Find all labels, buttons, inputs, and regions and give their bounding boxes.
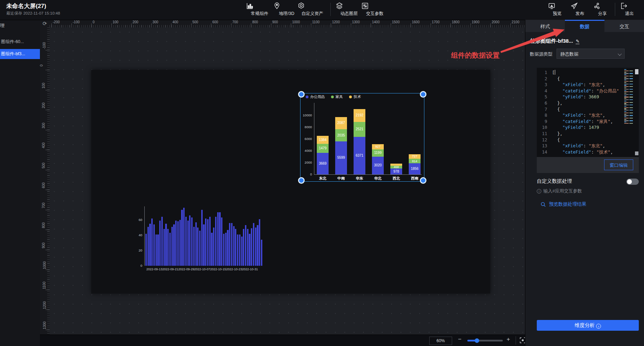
ruler-label: 800	[42, 222, 45, 228]
toolbar-item-geo3d[interactable]: 地理/3D	[273, 2, 300, 17]
tab-style[interactable]: 样式	[525, 20, 565, 32]
chevron-down-icon	[618, 52, 621, 56]
chart-legend: 办公用品家具技术	[306, 94, 361, 99]
tab-data[interactable]: 数据	[565, 20, 604, 32]
toolbar-item-dynamic-layers[interactable]: 动态图层	[335, 2, 363, 17]
vertical-ruler: -100010020030040050060070080090010001100…	[40, 27, 50, 335]
share-button[interactable]: 分享	[593, 2, 612, 17]
page-title: 未命名大屏(27)	[6, 2, 46, 10]
selected-component-frame[interactable]	[300, 93, 424, 182]
legend-dot	[349, 96, 352, 98]
custom-data-process-label: 自定义数据处理	[537, 178, 572, 184]
last-saved-text: 最近保存 2022-11-07 15:10:48	[6, 11, 60, 16]
ruler-label: 200	[42, 102, 45, 108]
top-header: 未命名大屏(27) 最近保存 2022-11-07 15:10:48 常规组件 …	[0, 0, 644, 20]
ruler-label: 1100	[312, 20, 320, 24]
ruler-label: 300	[153, 20, 159, 24]
window-edit-button[interactable]: 窗口编辑	[604, 159, 633, 170]
ruler-label: 1500	[392, 20, 400, 24]
ruler-label: 1300	[43, 321, 46, 329]
zoom-slider-handle[interactable]	[475, 338, 479, 343]
edit-name-icon[interactable]: ✎	[576, 39, 579, 44]
layer-sidebar: 理 图组件-60... 图组件-bf3...	[0, 20, 40, 346]
legend-item[interactable]: 家具	[331, 94, 343, 99]
resize-handle-top-left[interactable]	[298, 91, 305, 98]
ruler-label: 1700	[432, 20, 440, 24]
editor-scrollbar-thumb[interactable]	[635, 69, 638, 74]
tab-interaction[interactable]: 交互	[604, 20, 644, 32]
code-line: 11 },	[537, 131, 639, 137]
code-line: 13 "xField": "东北",	[537, 143, 639, 149]
code-line: 1[	[537, 69, 639, 76]
exit-button[interactable]: 退出	[620, 2, 639, 17]
search-icon	[541, 202, 546, 207]
ruler-label: -100	[42, 42, 46, 49]
toolbar-item-custom-assets[interactable]: 自定义资产	[297, 2, 328, 17]
screen-canvas[interactable]	[91, 70, 490, 294]
legend-dot	[306, 96, 308, 98]
ruler-label: 500	[42, 163, 45, 168]
preview-button[interactable]: 预览	[548, 2, 567, 17]
custom-data-process-toggle[interactable]	[626, 179, 639, 185]
code-line: 12 {	[537, 137, 639, 143]
legend-item[interactable]: 办公用品	[306, 94, 325, 99]
info-icon: !	[537, 189, 541, 193]
toolbar-divider	[330, 3, 331, 16]
ruler-label: 1600	[412, 20, 420, 24]
zoom-slider[interactable]	[467, 340, 503, 341]
ruler-label: 600	[212, 20, 218, 24]
ruler-label: 1900	[472, 20, 480, 24]
ruler-label: 100	[42, 83, 45, 89]
ruler-label: 1100	[42, 281, 46, 289]
code-line: 5 "yField": 3669	[537, 94, 639, 100]
ruler-label: 900	[272, 20, 278, 24]
sidebar-header: 理	[0, 23, 38, 29]
resize-handle-top-right[interactable]	[420, 91, 426, 98]
ruler-label: 900	[42, 242, 45, 248]
ruler-label: 1000	[43, 261, 46, 269]
ruler-reset-icon[interactable]: ⟳	[40, 20, 50, 27]
preview-result-link[interactable]: 预览数据处理结果	[541, 201, 586, 207]
ruler-label: 0	[40, 65, 43, 67]
chart-bars-icon	[246, 2, 273, 10]
zoom-in-button[interactable]: +	[507, 336, 510, 343]
horizontal-ruler: -200-10001002003004005006007008009001000…	[50, 20, 525, 27]
ruler-label: 0	[93, 20, 95, 24]
publish-button[interactable]: 发布	[570, 2, 590, 17]
json-code-editor[interactable]: 1[2 {3 "xField": "东北",4 "cateField": "办公…	[537, 68, 639, 157]
map-pin-icon	[273, 2, 300, 10]
datasource-select[interactable]: 静态数据	[557, 49, 625, 59]
ruler-label: 400	[42, 142, 45, 148]
ruler-label: 500	[193, 20, 198, 24]
share-icon	[593, 2, 612, 10]
toolbar-item-components[interactable]: 常规组件	[246, 2, 273, 17]
ruler-label: 200	[133, 20, 138, 24]
editor-scroll-end	[635, 151, 638, 155]
code-line: 4 "cateField": "办公用品"	[537, 88, 639, 94]
ruler-label: 1800	[452, 20, 459, 24]
resize-handle-bottom-left[interactable]	[298, 177, 305, 184]
dimension-analysis-button[interactable]: 维度分析›	[537, 320, 639, 331]
sidebar-item-chart-60[interactable]: 图组件-60...	[0, 37, 40, 47]
sidebar-item-chart-bf3[interactable]: 图组件-bf3...	[0, 49, 40, 59]
legend-dot	[331, 96, 334, 98]
ruler-label: 2000	[492, 20, 499, 24]
zoom-value-box[interactable]: 60%	[429, 337, 452, 345]
code-line: 10 "yField": 1479	[537, 124, 639, 131]
settings-panel: 样式 数据 交互 柱形图组件-bf38...✎ 数据源类型 静态数据 1[2 {…	[525, 20, 644, 346]
ruler-label: 1000	[292, 20, 300, 24]
code-line: 8 "xField": "东北",	[537, 112, 639, 118]
header-divider	[615, 3, 615, 16]
legend-item[interactable]: 技术	[349, 94, 361, 99]
component-name: 柱形图组件-bf38...✎	[530, 38, 579, 44]
zoom-out-button[interactable]: −	[458, 336, 461, 343]
ruler-label: 400	[172, 20, 178, 24]
hint-row: ! 输入#应用交互参数	[537, 188, 582, 194]
datasource-type-label: 数据源类型	[530, 51, 552, 57]
ruler-label: 600	[42, 182, 45, 188]
editor-footer: 窗口编辑	[537, 157, 639, 173]
resize-handle-bottom-right[interactable]	[420, 177, 426, 184]
ruler-label: -200	[53, 20, 60, 24]
code-line: 3 "xField": "东北",	[537, 82, 639, 88]
toolbar-item-interaction-params[interactable]: 交互参数	[361, 2, 389, 17]
